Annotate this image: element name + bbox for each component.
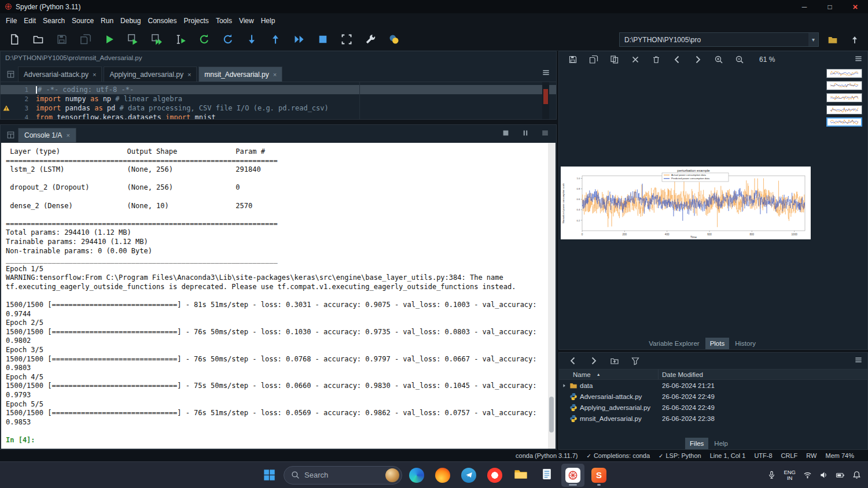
next-plot-button[interactable] bbox=[687, 53, 708, 66]
copy-plot-button[interactable] bbox=[604, 53, 625, 66]
expand-caret-icon[interactable] bbox=[560, 383, 568, 389]
remove-plot-button[interactable] bbox=[625, 53, 646, 66]
tab-files[interactable]: Files bbox=[685, 438, 708, 449]
minimize-button[interactable]: ─ bbox=[792, 0, 817, 13]
python-env-button[interactable] bbox=[382, 31, 406, 48]
code-editor[interactable]: 1# -*- coding: utf-8 -*-2import numpy as… bbox=[1, 82, 556, 119]
menu-search[interactable]: Search bbox=[39, 15, 68, 27]
telegram-icon[interactable] bbox=[457, 464, 480, 487]
file-row[interactable]: Applying_adversarial.py26-06-2024 22:49 bbox=[559, 402, 867, 413]
browse-directory-button[interactable] bbox=[824, 32, 841, 47]
microphone-icon[interactable] bbox=[767, 471, 776, 479]
brave-icon[interactable] bbox=[483, 464, 506, 487]
column-header-date-modified[interactable]: Date Modified bbox=[659, 371, 703, 378]
tab-plots[interactable]: Plots bbox=[705, 338, 730, 349]
working-directory-combo[interactable]: D:\PYTHON\PY1005\pro ▾ bbox=[619, 32, 819, 47]
debug-file-button[interactable] bbox=[216, 31, 240, 48]
options-menu-icon[interactable] bbox=[541, 129, 549, 137]
tab-history[interactable]: History bbox=[730, 338, 760, 349]
editor-tab-applying_adversarial.py[interactable]: Applying_adversarial.py× bbox=[104, 66, 197, 82]
plot-thumbnail[interactable] bbox=[826, 69, 862, 78]
menu-tools[interactable]: Tools bbox=[212, 15, 236, 27]
plot-thumbnail[interactable] bbox=[826, 81, 862, 90]
close-icon[interactable]: × bbox=[66, 132, 69, 139]
zoom-in-button[interactable] bbox=[708, 53, 729, 66]
file-row[interactable]: mnsit_Adversarial.py26-06-2024 22:38 bbox=[559, 413, 867, 424]
menu-help[interactable]: Help bbox=[258, 15, 279, 27]
column-header-name[interactable]: Name ▲ bbox=[559, 369, 659, 379]
remove-all-plots-button[interactable] bbox=[646, 53, 667, 66]
step-return-button[interactable] bbox=[263, 31, 287, 48]
plot-thumbnail[interactable] bbox=[826, 117, 862, 127]
code-line[interactable]: 4from tensorflow.keras.datasets import m… bbox=[1, 113, 556, 119]
file-row[interactable]: data26-06-2024 21:21 bbox=[559, 380, 867, 391]
code-line[interactable]: 1# -*- coding: utf-8 -*- bbox=[1, 85, 556, 94]
debug-continue-button[interactable] bbox=[287, 31, 311, 48]
console-output[interactable]: Layer (type) Output Shape Param # ======… bbox=[1, 143, 556, 449]
plot-thumbnail[interactable] bbox=[826, 93, 862, 102]
zoom-out-button[interactable] bbox=[729, 53, 750, 66]
console-tab[interactable]: Console 1/A × bbox=[18, 128, 76, 142]
console-prompt[interactable]: In [4]: bbox=[6, 436, 543, 445]
taskbar-search[interactable]: Search bbox=[284, 466, 402, 485]
new-file-button[interactable] bbox=[2, 31, 26, 48]
editor-options-menu-icon[interactable] bbox=[542, 68, 550, 77]
language-indicator[interactable]: ENG IN bbox=[784, 469, 796, 481]
close-button[interactable]: × bbox=[843, 0, 868, 13]
open-file-button[interactable] bbox=[26, 31, 50, 48]
plot-figure[interactable]: perturbation example020040060080010000.2… bbox=[561, 167, 811, 239]
menu-view[interactable]: View bbox=[236, 15, 258, 27]
maximize-pane-button[interactable] bbox=[334, 31, 358, 48]
run-cell-advance-button[interactable] bbox=[145, 31, 168, 48]
filter-button[interactable] bbox=[625, 354, 646, 368]
debug-stop-button[interactable] bbox=[311, 31, 334, 48]
console-scrollbar[interactable] bbox=[548, 143, 556, 449]
notifications-icon[interactable] bbox=[852, 471, 861, 479]
menu-run[interactable]: Run bbox=[97, 15, 117, 27]
app-s-icon[interactable]: S bbox=[587, 464, 610, 487]
rerun-last-cell-button[interactable] bbox=[192, 31, 216, 48]
menu-edit[interactable]: Edit bbox=[20, 15, 39, 27]
editor-tab-adversarial-attack.py[interactable]: Adversarial-attack.py× bbox=[18, 66, 102, 82]
step-over-button[interactable] bbox=[240, 31, 263, 48]
explorer-icon[interactable] bbox=[509, 464, 532, 487]
edge-icon[interactable] bbox=[405, 464, 428, 487]
console-scrollbar-thumb[interactable] bbox=[549, 397, 554, 432]
interrupt-kernel-icon[interactable] bbox=[502, 129, 510, 137]
spyder-icon[interactable] bbox=[561, 464, 584, 487]
battery-icon[interactable] bbox=[836, 471, 845, 480]
chevron-down-icon[interactable]: ▾ bbox=[808, 33, 818, 46]
search-highlight-avatar[interactable] bbox=[385, 468, 399, 482]
menu-source[interactable]: Source bbox=[68, 15, 97, 27]
parent-directory-button[interactable] bbox=[846, 32, 863, 47]
pause-icon[interactable] bbox=[521, 129, 529, 137]
run-file-button[interactable] bbox=[97, 31, 121, 48]
start-button[interactable] bbox=[258, 464, 281, 487]
close-icon[interactable]: × bbox=[187, 71, 191, 78]
notepad-icon[interactable] bbox=[535, 464, 558, 487]
volume-icon[interactable] bbox=[819, 471, 828, 479]
maximize-button[interactable]: □ bbox=[817, 0, 843, 13]
firefox-icon[interactable] bbox=[431, 464, 454, 487]
plot-thumbnail[interactable] bbox=[826, 105, 862, 114]
next-button[interactable] bbox=[583, 354, 604, 368]
menu-projects[interactable]: Projects bbox=[181, 15, 212, 27]
files-options-menu-icon[interactable] bbox=[854, 356, 863, 364]
run-cell-button[interactable] bbox=[121, 31, 145, 48]
tab-variable-explorer[interactable]: Variable Explorer bbox=[644, 338, 704, 349]
close-icon[interactable]: × bbox=[93, 71, 96, 78]
parent-directory-button[interactable] bbox=[604, 354, 625, 368]
menu-file[interactable]: File bbox=[2, 15, 20, 27]
close-icon[interactable]: × bbox=[273, 71, 277, 78]
code-line[interactable]: 2import numpy as np # linear algebra bbox=[1, 94, 556, 103]
previous-button[interactable] bbox=[562, 354, 583, 368]
save-file-button[interactable] bbox=[50, 31, 73, 48]
editor-tab-mnsit_adversarial.py[interactable]: mnsit_Adversarial.py× bbox=[198, 66, 282, 82]
save-plot-button[interactable] bbox=[562, 53, 583, 66]
menu-debug[interactable]: Debug bbox=[117, 15, 144, 27]
plots-options-menu-icon[interactable] bbox=[854, 54, 863, 63]
previous-plot-button[interactable] bbox=[667, 53, 687, 66]
wifi-icon[interactable] bbox=[803, 471, 812, 479]
file-row[interactable]: Adversarial-attack.py26-06-2024 22:49 bbox=[559, 391, 867, 402]
tab-help[interactable]: Help bbox=[709, 438, 733, 449]
